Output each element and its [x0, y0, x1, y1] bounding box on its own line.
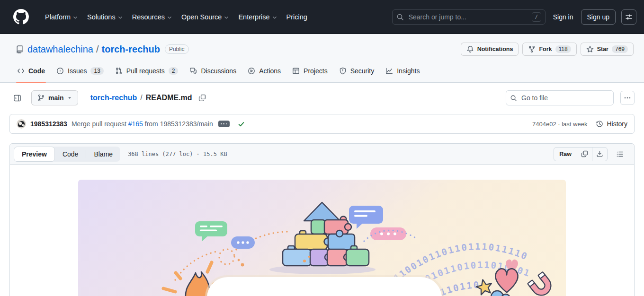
breadcrumb-slash: /	[140, 94, 142, 102]
search-icon	[396, 13, 404, 21]
accent-dot	[303, 260, 306, 262]
header-right: / Sign in Sign up	[392, 9, 636, 25]
tab-preview[interactable]: Preview	[14, 147, 55, 162]
white-card	[207, 277, 442, 296]
graph-icon	[385, 67, 393, 75]
tab-blame[interactable]: Blame	[86, 147, 120, 162]
outline-button[interactable]	[612, 147, 627, 162]
commit-message[interactable]: Merge pull request #165 from 1985312383/…	[72, 120, 213, 128]
copy-path-icon[interactable]	[198, 94, 206, 102]
file-navigation: main torch-rechub / README.md	[9, 90, 635, 105]
global-search-input[interactable]	[408, 13, 528, 21]
expand-file-tree-button[interactable]	[9, 90, 25, 105]
breadcrumb-separator: /	[96, 44, 99, 55]
tab-label: Code	[28, 67, 45, 75]
commit-author-login[interactable]: 1985312383	[30, 120, 67, 128]
tab-code[interactable]: Code	[11, 60, 51, 82]
tab-insights[interactable]: Insights	[380, 60, 425, 82]
download-raw-button[interactable]	[592, 148, 607, 161]
breadcrumb-repo[interactable]: torch-rechub	[90, 94, 137, 102]
nav-item-enterprise[interactable]: Enterprise	[233, 9, 281, 25]
commit-message-tail: from 1985312383/main	[145, 120, 213, 128]
tab-discussions[interactable]: Discussions	[184, 60, 242, 82]
tab-actions[interactable]: Actions	[242, 60, 286, 82]
copy-file-button[interactable]	[577, 148, 592, 161]
star-button[interactable]: Star 769	[581, 43, 634, 56]
nav-item-resources[interactable]: Resources	[127, 9, 177, 25]
triangle-down-icon	[67, 96, 72, 100]
file-breadcrumb: torch-rechub / README.md	[90, 94, 206, 102]
commit-message-expander[interactable]	[218, 121, 230, 127]
blue-ellipsis-pill	[231, 236, 255, 249]
repo-actions: Notifications Fork 118 Star 769	[461, 43, 634, 56]
primary-nav: Platform Solutions Resources Open Source…	[40, 9, 312, 25]
copy-icon	[581, 150, 588, 157]
file-viewer-header: Preview Code Blame 368 lines (277 loc) ·…	[10, 144, 634, 165]
tab-label: Actions	[259, 67, 281, 75]
star-icon	[586, 45, 594, 53]
fork-label: Fork	[539, 46, 552, 52]
commit-sha[interactable]: 7404e02	[532, 121, 556, 128]
sliders-icon	[625, 13, 633, 21]
chevron-down-icon	[224, 15, 229, 20]
sidebar-panel-icon	[13, 94, 21, 102]
history-button[interactable]: History	[596, 120, 627, 128]
branch-selector[interactable]: main	[31, 90, 78, 105]
kebab-horizontal-icon	[624, 94, 631, 102]
star-count[interactable]: 769	[612, 45, 628, 53]
tab-pull-requests[interactable]: Pull requests 2	[109, 60, 184, 82]
repo-fork-icon	[528, 45, 536, 53]
repo-title-row: datawhalechina / torch-rechub Public Not…	[0, 42, 644, 57]
raw-button[interactable]: Raw	[554, 148, 577, 161]
star-label: Star	[597, 46, 608, 52]
commit-author-avatar[interactable]	[17, 119, 26, 129]
list-unordered-icon	[616, 150, 624, 158]
meta-separator: ·	[558, 121, 560, 128]
tab-projects[interactable]: Projects	[286, 60, 333, 82]
sign-in-link[interactable]: Sign in	[551, 10, 575, 24]
accent-dot	[308, 256, 310, 258]
repo-header: datawhalechina / torch-rechub Public Not…	[0, 34, 644, 83]
global-search-box[interactable]: /	[392, 9, 546, 25]
chevron-down-icon	[167, 15, 172, 20]
commit-message-text: Merge pull request	[72, 120, 126, 128]
nav-item-platform[interactable]: Platform	[40, 9, 82, 25]
readme-banner-illustration: 1011110111100101101101110111101 01010010…	[78, 180, 566, 296]
nav-item-solutions[interactable]: Solutions	[82, 9, 127, 25]
repo-book-icon	[16, 45, 24, 53]
nav-item-open-source[interactable]: Open Source	[177, 9, 233, 25]
go-to-file-box[interactable]	[506, 90, 614, 105]
notifications-button[interactable]: Notifications	[461, 43, 519, 56]
go-to-file-input[interactable]	[520, 94, 609, 102]
notifications-label: Notifications	[477, 46, 513, 52]
breadcrumb-repo-link[interactable]: torch-rechub	[102, 44, 160, 55]
tab-issues[interactable]: Issues 13	[51, 60, 109, 82]
appearance-settings-button[interactable]	[621, 9, 636, 25]
tab-label: Pull requests	[126, 67, 165, 75]
checks-passed-icon[interactable]	[238, 121, 245, 128]
readme-preview: 1011110111100101101101110111101 01010010…	[10, 165, 634, 296]
more-options-button[interactable]	[620, 91, 635, 105]
pull-requests-count-badge: 2	[169, 67, 179, 75]
nav-item-label: Solutions	[87, 13, 116, 21]
tab-security[interactable]: Security	[333, 60, 380, 82]
file-stats: 368 lines (277 loc) · 15.5 KB	[128, 151, 227, 157]
bell-icon	[466, 45, 474, 53]
tab-code-view[interactable]: Code	[55, 147, 86, 162]
shield-icon	[339, 67, 347, 75]
commit-meta: 7404e02 · last week	[532, 121, 587, 128]
pr-number-link[interactable]: #165	[128, 120, 143, 128]
global-header: Platform Solutions Resources Open Source…	[0, 0, 644, 34]
breadcrumb-owner-link[interactable]: datawhalechina	[27, 44, 93, 55]
nav-item-label: Platform	[45, 13, 71, 21]
fork-count[interactable]: 118	[555, 45, 571, 53]
nav-item-label: Open Source	[181, 13, 222, 21]
git-pull-request-icon	[115, 67, 123, 75]
chevron-down-icon	[118, 15, 123, 20]
github-logo-icon[interactable]	[13, 9, 29, 25]
nav-item-pricing[interactable]: Pricing	[282, 9, 312, 25]
sign-up-button[interactable]: Sign up	[581, 9, 616, 25]
view-mode-switcher: Preview Code Blame	[14, 147, 120, 162]
search-shortcut-key: /	[532, 12, 541, 22]
fork-button[interactable]: Fork 118	[522, 43, 576, 56]
